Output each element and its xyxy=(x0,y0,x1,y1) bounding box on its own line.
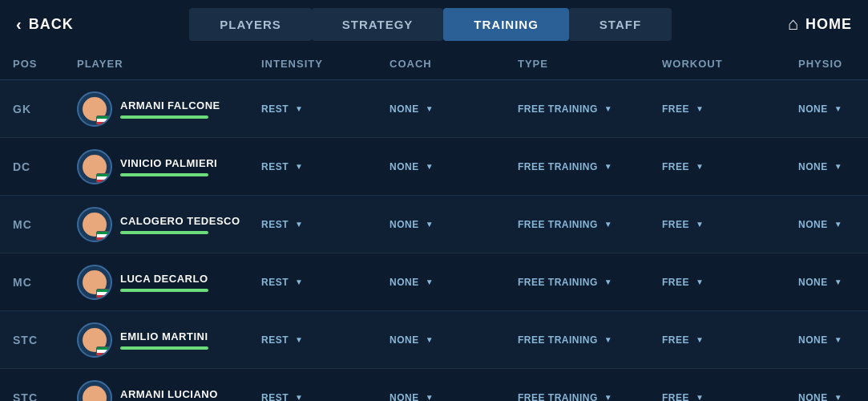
coach-value: NONE xyxy=(390,103,419,115)
type-arrow-icon: ▼ xyxy=(604,393,612,401)
avatar xyxy=(77,380,112,402)
coach-dropdown[interactable]: NONE ▼ xyxy=(390,161,518,172)
player-cell: ARMANI FALCONE xyxy=(77,91,261,127)
player-name: ARMANI FALCONE xyxy=(120,99,220,111)
player-cell: VINICIO PALMIERI xyxy=(77,149,261,184)
workout-value: FREE xyxy=(662,277,689,288)
coach-arrow-icon: ▼ xyxy=(426,104,434,113)
workout-dropdown[interactable]: FREE ▼ xyxy=(662,277,798,288)
intensity-dropdown[interactable]: REST ▼ xyxy=(261,277,390,288)
intensity-dropdown[interactable]: REST ▼ xyxy=(261,334,390,346)
workout-arrow-icon: ▼ xyxy=(696,277,704,286)
workout-dropdown[interactable]: FREE ▼ xyxy=(662,103,798,115)
col-header-coach: COACH xyxy=(390,55,518,73)
coach-arrow-icon: ▼ xyxy=(426,277,434,286)
intensity-dropdown[interactable]: REST ▼ xyxy=(261,219,390,230)
tab-training[interactable]: TRAINING xyxy=(443,8,569,41)
player-bar xyxy=(120,173,208,176)
workout-dropdown[interactable]: FREE ▼ xyxy=(662,161,798,172)
pos-cell: GK xyxy=(13,103,77,115)
coach-dropdown[interactable]: NONE ▼ xyxy=(390,334,518,346)
coach-dropdown[interactable]: NONE ▼ xyxy=(390,103,518,115)
table-body: GK ARMANI FALCONE REST ▼ NONE ▼ FREE TRA… xyxy=(0,80,868,401)
player-cell: ARMANI LUCIANO xyxy=(77,380,261,402)
workout-dropdown[interactable]: FREE ▼ xyxy=(662,334,798,346)
workout-value: FREE xyxy=(662,334,689,346)
avatar xyxy=(77,322,112,358)
coach-dropdown[interactable]: NONE ▼ xyxy=(390,219,518,230)
physio-dropdown[interactable]: NONE ▼ xyxy=(798,103,868,115)
pos-cell: STC xyxy=(13,391,77,402)
type-value: FREE TRAINING xyxy=(518,103,598,115)
coach-value: NONE xyxy=(390,334,419,346)
physio-arrow-icon: ▼ xyxy=(834,335,842,344)
player-name: EMILIO MARTINI xyxy=(120,330,208,342)
player-cell: EMILIO MARTINI xyxy=(77,322,261,358)
type-dropdown[interactable]: FREE TRAINING ▼ xyxy=(518,277,662,288)
workout-value: FREE xyxy=(662,392,689,402)
type-dropdown[interactable]: FREE TRAINING ▼ xyxy=(518,392,662,402)
training-table: POS PLAYER INTENSITY COACH TYPE WORKOUT … xyxy=(0,48,868,401)
tab-strategy[interactable]: STRATEGY xyxy=(312,8,444,41)
avatar xyxy=(77,149,112,184)
type-value: FREE TRAINING xyxy=(518,392,598,402)
table-row: STC EMILIO MARTINI REST ▼ NONE ▼ FREE TR… xyxy=(0,311,868,369)
player-name: CALOGERO TEDESCO xyxy=(120,215,240,227)
col-header-intensity: INTENSITY xyxy=(261,55,390,73)
physio-dropdown[interactable]: NONE ▼ xyxy=(798,161,868,172)
physio-dropdown[interactable]: NONE ▼ xyxy=(798,334,868,346)
coach-value: NONE xyxy=(390,219,419,230)
home-button[interactable]: ⌂ HOME xyxy=(788,14,852,34)
col-header-type: TYPE xyxy=(518,55,662,73)
pos-cell: MC xyxy=(13,218,77,231)
coach-dropdown[interactable]: NONE ▼ xyxy=(390,277,518,288)
intensity-dropdown[interactable]: REST ▼ xyxy=(261,161,390,172)
workout-arrow-icon: ▼ xyxy=(696,104,704,113)
player-info: ARMANI FALCONE xyxy=(120,99,220,119)
type-arrow-icon: ▼ xyxy=(604,162,612,171)
intensity-value: REST xyxy=(261,103,289,115)
intensity-dropdown[interactable]: REST ▼ xyxy=(261,392,390,402)
player-info: LUCA DECARLO xyxy=(120,273,208,292)
back-button[interactable]: ‹ BACK xyxy=(16,15,74,34)
physio-value: NONE xyxy=(798,277,828,288)
workout-dropdown[interactable]: FREE ▼ xyxy=(662,219,798,230)
intensity-dropdown[interactable]: REST ▼ xyxy=(261,103,390,115)
physio-dropdown[interactable]: NONE ▼ xyxy=(798,219,868,230)
player-bar xyxy=(120,346,208,350)
physio-dropdown[interactable]: NONE ▼ xyxy=(798,277,868,288)
col-header-workout: WORKOUT xyxy=(662,55,798,73)
physio-dropdown[interactable]: NONE ▼ xyxy=(798,392,868,402)
workout-dropdown[interactable]: FREE ▼ xyxy=(662,392,798,402)
coach-arrow-icon: ▼ xyxy=(426,335,434,344)
type-dropdown[interactable]: FREE TRAINING ▼ xyxy=(518,161,662,172)
tab-players[interactable]: PLAYERS xyxy=(189,8,311,41)
col-header-pos: POS xyxy=(13,55,77,73)
tab-staff[interactable]: STAFF xyxy=(569,8,672,41)
table-row: STC ARMANI LUCIANO REST ▼ NONE ▼ FREE TR… xyxy=(0,369,868,401)
player-info: VINICIO PALMIERI xyxy=(120,157,217,176)
type-value: FREE TRAINING xyxy=(518,334,598,346)
player-bar xyxy=(120,231,208,234)
table-header-row: POS PLAYER INTENSITY COACH TYPE WORKOUT … xyxy=(0,48,868,80)
intensity-value: REST xyxy=(261,392,289,402)
type-arrow-icon: ▼ xyxy=(604,220,612,229)
workout-arrow-icon: ▼ xyxy=(696,335,704,344)
type-value: FREE TRAINING xyxy=(518,161,598,172)
player-name: ARMANI LUCIANO xyxy=(120,388,218,400)
intensity-value: REST xyxy=(261,277,289,288)
avatar-face xyxy=(83,386,107,402)
table-row: DC VINICIO PALMIERI REST ▼ NONE ▼ FREE T… xyxy=(0,138,868,196)
pos-cell: MC xyxy=(13,276,77,289)
type-dropdown[interactable]: FREE TRAINING ▼ xyxy=(518,103,662,115)
intensity-value: REST xyxy=(261,334,289,346)
type-value: FREE TRAINING xyxy=(518,219,598,230)
coach-arrow-icon: ▼ xyxy=(426,220,434,229)
type-dropdown[interactable]: FREE TRAINING ▼ xyxy=(518,334,662,346)
type-dropdown[interactable]: FREE TRAINING ▼ xyxy=(518,219,662,230)
player-info: ARMANI LUCIANO xyxy=(120,388,218,402)
home-label: HOME xyxy=(805,16,852,33)
intensity-arrow-icon: ▼ xyxy=(295,104,303,113)
coach-dropdown[interactable]: NONE ▼ xyxy=(390,392,518,402)
table-row: GK ARMANI FALCONE REST ▼ NONE ▼ FREE TRA… xyxy=(0,80,868,138)
